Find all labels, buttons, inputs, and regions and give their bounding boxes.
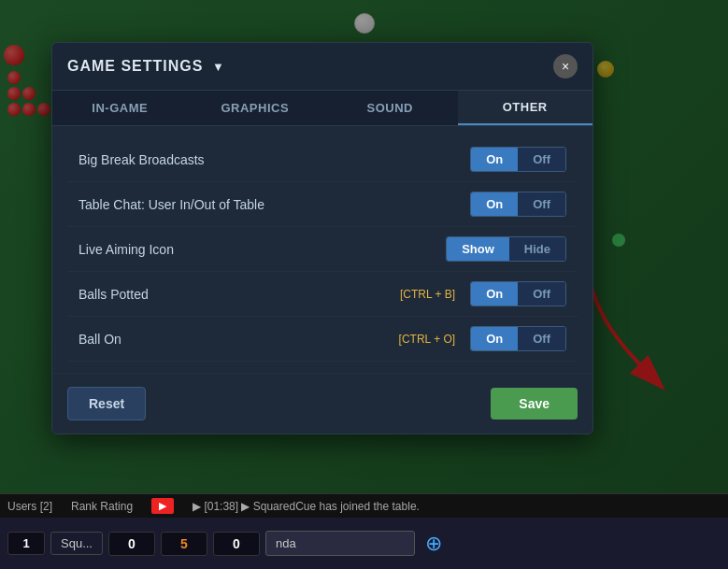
- toggle-live-aiming-hide[interactable]: Hide: [509, 237, 565, 261]
- score-4: 0: [213, 532, 260, 556]
- toggle-ball-on-on[interactable]: On: [471, 327, 518, 350]
- setting-row-ball-on: Ball On [CTRL + O] On Off: [67, 317, 578, 362]
- save-button[interactable]: Save: [491, 388, 578, 420]
- setting-row-big-break: Big Break Broadcasts On Off: [67, 137, 578, 182]
- reset-button[interactable]: Reset: [67, 387, 146, 420]
- setting-label-big-break: Big Break Broadcasts: [79, 152, 470, 167]
- settings-modal: GAME SETTINGS ▼ × IN-GAME GRAPHICS SOUND…: [51, 42, 593, 434]
- shortcut-balls-potted: [CTRL + B]: [400, 288, 455, 301]
- toggle-table-chat-off[interactable]: Off: [518, 192, 565, 216]
- tab-sound[interactable]: SOUND: [322, 91, 458, 125]
- rank-rating-label: Rank Rating: [71, 500, 133, 513]
- toggle-live-aiming: Show Hide: [446, 236, 566, 262]
- score-2: 0: [108, 532, 155, 556]
- score-3: 5: [161, 532, 207, 556]
- toggle-table-chat-on[interactable]: On: [471, 192, 518, 216]
- toggle-big-break-off[interactable]: Off: [518, 148, 565, 171]
- chat-message: ▶ [01:38] ▶ SquaredCue has joined the ta…: [193, 500, 721, 513]
- tab-other[interactable]: OTHER: [458, 91, 593, 125]
- player-name: Squ...: [50, 532, 103, 555]
- modal-footer: Reset Save: [52, 373, 592, 434]
- setting-label-live-aiming: Live Aiming Icon: [79, 242, 446, 257]
- users-count: Users [2]: [7, 500, 52, 513]
- setting-row-balls-potted: Balls Potted [CTRL + B] On Off: [67, 272, 578, 317]
- bottom-bar: 1 Squ... 0 5 0 ⊕: [0, 518, 728, 569]
- shortcut-ball-on: [CTRL + O]: [399, 333, 456, 346]
- status-bar: Users [2] Rank Rating ▶ ▶ [01:38] ▶ Squa…: [0, 493, 728, 518]
- toggle-ball-on: On Off: [470, 326, 566, 351]
- crosshair-icon: ⊕: [421, 531, 447, 557]
- close-button[interactable]: ×: [553, 54, 578, 78]
- setting-row-live-aiming: Live Aiming Icon Show Hide: [67, 227, 578, 272]
- toggle-balls-potted: On Off: [470, 281, 566, 306]
- play-button[interactable]: ▶: [151, 498, 174, 514]
- toggle-big-break: On Off: [470, 147, 566, 172]
- toggle-live-aiming-show[interactable]: Show: [447, 237, 509, 261]
- modal-body: Big Break Broadcasts On Off Table Chat: …: [52, 126, 592, 373]
- toggle-table-chat: On Off: [470, 192, 566, 217]
- toggle-balls-potted-off[interactable]: Off: [518, 282, 565, 306]
- player-score-1: 1: [7, 532, 45, 555]
- modal-header: GAME SETTINGS ▼ ×: [52, 43, 592, 91]
- tabs-container: IN-GAME GRAPHICS SOUND OTHER: [52, 91, 592, 126]
- setting-row-table-chat: Table Chat: User In/Out of Table On Off: [67, 182, 578, 227]
- toggle-balls-potted-on[interactable]: On: [471, 282, 518, 306]
- setting-label-ball-on: Ball On: [79, 332, 399, 347]
- toggle-ball-on-off[interactable]: Off: [518, 327, 565, 350]
- tab-in-game[interactable]: IN-GAME: [52, 91, 188, 125]
- setting-label-balls-potted: Balls Potted: [79, 287, 400, 302]
- setting-label-table-chat: Table Chat: User In/Out of Table: [79, 197, 470, 212]
- toggle-big-break-on[interactable]: On: [471, 148, 518, 171]
- modal-title: GAME SETTINGS ▼: [67, 58, 225, 75]
- tab-graphics[interactable]: GRAPHICS: [188, 91, 323, 125]
- modal-overlay: GAME SETTINGS ▼ × IN-GAME GRAPHICS SOUND…: [0, 0, 728, 569]
- chat-input[interactable]: [265, 531, 415, 556]
